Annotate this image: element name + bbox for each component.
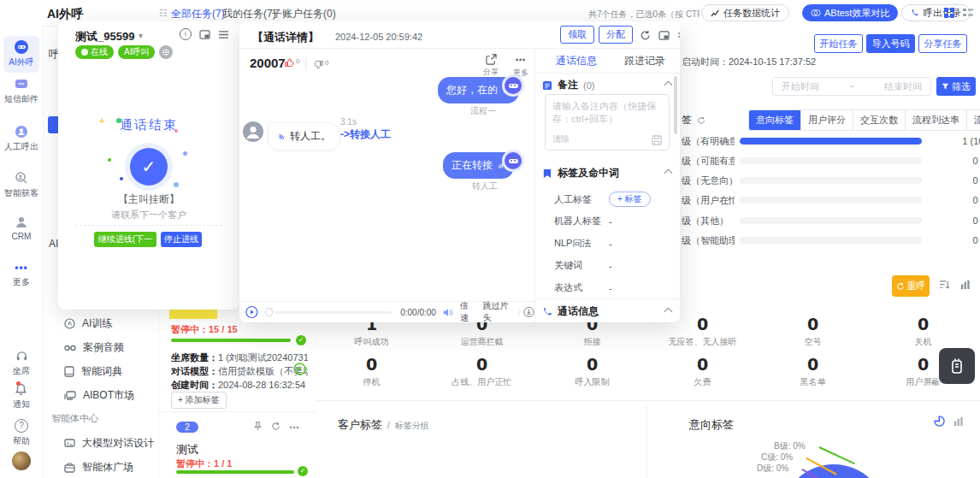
thumbs-up-button[interactable]: 0: [284, 57, 299, 68]
call-task-title[interactable]: 测试_95599: [75, 29, 134, 44]
segment-flow-listen-rate[interactable]: 流程听完率: [966, 110, 980, 130]
submenu-button-peek[interactable]: [48, 116, 58, 133]
claim-button[interactable]: 领取: [560, 26, 594, 44]
dialog-design-icon: [64, 439, 75, 449]
ai-call-mode-pill[interactable]: AI呼叫: [118, 45, 155, 59]
date-range-input[interactable]: 开始时间 ~ 结束时间: [772, 77, 931, 96]
stop-calls-button[interactable]: 停止进线: [161, 232, 202, 247]
submenu-item-peek-2[interactable]: AI: [49, 238, 58, 250]
online-status-pill[interactable]: 在线: [75, 45, 114, 59]
seek-track[interactable]: [275, 311, 392, 314]
note-section-header[interactable]: 备注 (0): [542, 78, 670, 92]
tags-section-header[interactable]: 标签及命中词: [542, 166, 619, 180]
submenu-item-agent-plaza[interactable]: 智能体广场: [64, 460, 158, 475]
abtest-compare-button[interactable]: ABtest效果对比: [802, 4, 898, 21]
segment-user-score[interactable]: 用户评分: [800, 110, 853, 130]
more-button[interactable]: ⋯ 更多: [513, 54, 528, 79]
call-info-section-header[interactable]: 通话信息: [542, 304, 599, 319]
volume-icon[interactable]: [443, 308, 453, 317]
info-icon[interactable]: i: [180, 28, 192, 40]
customer-number: 20007: [250, 56, 286, 70]
sidebar-item-crm[interactable]: CRM: [3, 215, 39, 241]
share-task-button[interactable]: 分享任务: [918, 34, 967, 53]
submenu-item-llm-dialog-design[interactable]: 大模型对话设计: [64, 436, 158, 451]
note-clear-button[interactable]: 清除: [552, 133, 570, 145]
pip-icon[interactable]: [199, 30, 210, 39]
tab-call-info[interactable]: 通话信息: [556, 54, 597, 68]
play-button[interactable]: [245, 305, 258, 319]
segment-intent-tags[interactable]: 意向标签: [749, 110, 800, 130]
skip-intro-button[interactable]: 跳过片头: [482, 300, 514, 322]
download-icon[interactable]: [523, 306, 534, 318]
thumbs-down-button[interactable]: 0: [313, 59, 328, 70]
call-records-button[interactable]: 呼出记录: [901, 4, 971, 21]
sidebar-item-sms-email[interactable]: 短信邮件: [3, 79, 39, 105]
sidebar-item-more[interactable]: ••• 更多: [3, 262, 39, 288]
note-textarea[interactable]: [546, 95, 669, 129]
intent-tags-chart-title: 意向标签: [689, 417, 734, 433]
save-icon[interactable]: [652, 135, 662, 145]
refresh-icon[interactable]: [640, 30, 651, 41]
chevron-down-icon[interactable]: ▾: [139, 31, 143, 40]
submenu-item-ai-training[interactable]: AI训练: [64, 316, 158, 331]
sidebar-item-ai-outbound[interactable]: AI外呼: [3, 36, 39, 73]
sidebar-item-smart-leads[interactable]: 智能获客: [3, 171, 39, 199]
share-button[interactable]: 分享: [483, 54, 499, 78]
card-view-icon[interactable]: [943, 7, 955, 19]
tag-icon: [542, 168, 552, 179]
tab-subaccount-tasks[interactable]: 子账户任务(0): [272, 7, 336, 21]
submenu-item-case-audio[interactable]: 案例音频: [64, 340, 158, 355]
scrollbar[interactable]: [674, 76, 677, 134]
chevron-up-icon[interactable]: [664, 169, 673, 178]
sort-icon[interactable]: [939, 280, 950, 290]
sidebar-item-manual-call[interactable]: 人工呼出: [3, 125, 39, 153]
tab-all-tasks[interactable]: 全部任务(7): [171, 7, 225, 21]
tag-group-link[interactable]: 标签分组: [395, 420, 429, 432]
sidebar-item-help[interactable]: ? 帮助: [3, 419, 39, 447]
chevron-up-icon[interactable]: [664, 308, 673, 316]
segment-flow-reach-rate[interactable]: 流程到达率: [905, 110, 966, 130]
seek-handle[interactable]: [265, 308, 273, 316]
sidebar-item-label: 坐席: [3, 365, 39, 377]
pip-icon[interactable]: [658, 31, 670, 40]
recall-button[interactable]: 重呼: [892, 275, 930, 297]
settings-gear-button[interactable]: [159, 45, 173, 59]
playback-speed-button[interactable]: 倍速: [460, 300, 476, 322]
share-icon: [486, 54, 497, 65]
task1-play-audio-icon[interactable]: [293, 363, 306, 375]
start-task-button[interactable]: 开始任务: [814, 34, 863, 53]
tab-followup-records[interactable]: 跟进记录: [624, 54, 665, 68]
intercom-widget-button[interactable]: [939, 348, 975, 384]
add-tag-button[interactable]: + 标签: [609, 192, 651, 207]
section-divider: [646, 405, 647, 478]
import-numbers-button[interactable]: 导入号码: [866, 34, 915, 53]
refresh-icon[interactable]: [697, 116, 705, 125]
more-actions-icon[interactable]: ⋯: [289, 422, 299, 434]
check-circle-icon: ✓: [130, 148, 168, 186]
list-view-icon[interactable]: [962, 7, 974, 19]
submenu-item-smart-dictionary[interactable]: 智能词典: [64, 364, 158, 379]
close-icon[interactable]: ×: [677, 28, 680, 42]
filter-button[interactable]: 筛选: [936, 77, 976, 96]
tag-bar-row: 级（有明确意向）1 (100%): [682, 133, 980, 150]
refresh-icon[interactable]: [271, 422, 280, 431]
sidebar-item-agent-seat[interactable]: 坐席: [3, 351, 39, 377]
submenu-item-aibot-market[interactable]: AIBOT市场: [64, 388, 158, 403]
segment-interaction-count[interactable]: 交互次数: [853, 110, 905, 130]
sidebar-item-notifications[interactable]: 通知: [3, 383, 39, 410]
continue-next-call-button[interactable]: 继续进线(下一通): [94, 232, 156, 247]
pie-chart-icon[interactable]: [934, 416, 945, 427]
user-avatar[interactable]: [12, 451, 31, 470]
pin-icon[interactable]: [253, 422, 263, 431]
tab-my-tasks[interactable]: 我的任务(7): [222, 7, 276, 21]
bar-chart-icon[interactable]: [953, 416, 964, 427]
pie-connector-line: [819, 446, 855, 464]
task2-title[interactable]: 测试: [176, 442, 198, 457]
menu-fold-icon[interactable]: ☷: [159, 8, 168, 19]
task1-add-tag-button[interactable]: + 添加标签: [171, 392, 227, 409]
assign-button[interactable]: 分配: [599, 26, 633, 44]
flow-step-label: 流程一: [438, 105, 496, 117]
task-data-stats-button[interactable]: 任务数据统计: [701, 4, 789, 21]
bar-chart-icon[interactable]: [960, 280, 971, 290]
list-icon[interactable]: [218, 30, 229, 39]
